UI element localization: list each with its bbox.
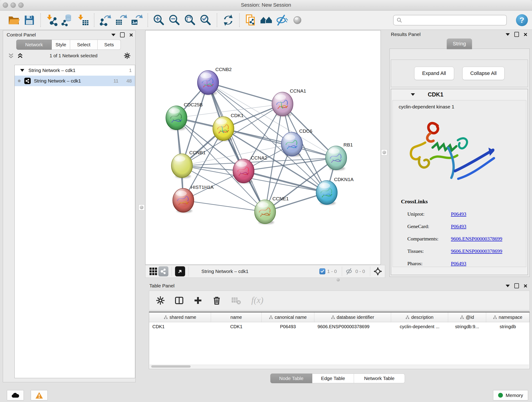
share-view-icon[interactable] <box>158 266 168 276</box>
float-panel-icon[interactable] <box>506 285 510 287</box>
export-image-icon[interactable] <box>130 13 143 27</box>
crosslinks-heading: CrossLinks <box>401 198 502 205</box>
column-header[interactable]: database identifier <box>314 313 391 322</box>
network-node[interactable]: RB1 <box>326 142 353 170</box>
crosslink-value[interactable]: 9606.ENSP00000378699 <box>451 248 502 254</box>
maximize-panel-icon[interactable] <box>514 283 519 288</box>
toolbar-separator <box>40 13 41 27</box>
left-splitter-handle[interactable] <box>139 204 145 211</box>
table-cell[interactable]: stringdb:9... <box>448 324 486 329</box>
zoom-fit-content-icon[interactable] <box>184 13 197 27</box>
section-expander-icon[interactable] <box>411 93 415 96</box>
memory-button[interactable]: Memory <box>493 390 528 400</box>
network-node[interactable]: HIST1H1A <box>173 185 214 213</box>
horizontal-splitter-handle[interactable] <box>336 278 340 281</box>
maximize-panel-icon[interactable] <box>120 32 125 37</box>
network-node[interactable]: CDKN1A <box>316 177 354 205</box>
toolbar-separator <box>217 13 217 27</box>
help-button[interactable]: ? <box>516 14 528 26</box>
right-splitter-handle[interactable] <box>381 149 387 155</box>
network-node[interactable]: CCNB1 <box>171 150 206 178</box>
expand-all-button[interactable]: Expand All <box>414 67 454 80</box>
float-panel-icon[interactable] <box>506 33 510 36</box>
close-panel-icon[interactable] <box>129 33 133 37</box>
maximize-panel-icon[interactable] <box>514 32 519 37</box>
new-network-from-selection-icon[interactable] <box>244 13 257 27</box>
add-column-icon[interactable] <box>193 296 203 305</box>
column-header[interactable]: @id <box>448 313 486 322</box>
delete-table-icon-disabled <box>231 296 241 305</box>
network-node-label: CCNE1 <box>272 196 289 201</box>
table-row[interactable]: CDK1CDK1P064939606.ENSP00000378699cyclin… <box>149 322 530 331</box>
import-table-file-icon[interactable] <box>76 13 89 27</box>
column-header[interactable]: description <box>391 313 448 322</box>
selected-checkbox-icon[interactable] <box>319 268 325 274</box>
crosslink-value[interactable]: 9606.ENSP00000378699 <box>451 236 502 242</box>
network-node[interactable]: CCNB2 <box>197 67 232 95</box>
collapse-all-icon[interactable] <box>7 52 14 59</box>
control-panel: Control Panel Network Style Select Sets … <box>3 30 136 382</box>
warnings-button[interactable] <box>31 390 48 400</box>
crosslink-value[interactable]: P06493 <box>451 223 466 230</box>
horizontal-scrollbar[interactable] <box>150 365 529 368</box>
network-options-gear-icon[interactable] <box>123 52 131 59</box>
export-table-icon[interactable] <box>114 13 128 27</box>
import-network-file-icon[interactable] <box>45 13 58 27</box>
table-options-gear-icon[interactable] <box>156 296 165 305</box>
tab-network-table[interactable]: Network Table <box>354 374 405 383</box>
network-row[interactable]: String Network – cdk1 11 48 <box>15 76 135 86</box>
close-panel-icon[interactable] <box>524 32 527 36</box>
column-header[interactable]: shared name <box>149 313 211 322</box>
network-edge[interactable] <box>208 83 265 212</box>
cloud-status-button[interactable] <box>7 390 24 400</box>
close-panel-icon[interactable] <box>524 284 527 288</box>
tab-network[interactable]: Network <box>16 40 52 50</box>
grid-view-icon[interactable] <box>148 266 158 276</box>
network-node[interactable]: CDK1 <box>213 113 244 141</box>
table-cell[interactable]: CDK1 <box>211 324 261 329</box>
table-cell[interactable]: 9606.ENSP00000378699 <box>314 324 391 329</box>
tab-style[interactable]: Style <box>52 40 70 50</box>
expand-all-icon[interactable] <box>17 52 24 59</box>
tree-expander-icon[interactable] <box>20 69 24 72</box>
column-header[interactable]: namespace <box>486 313 530 322</box>
search-box[interactable] <box>393 15 507 26</box>
show-all-icon[interactable] <box>291 13 304 27</box>
network-collection-row[interactable]: String Network – cdk1 1 <box>15 65 135 76</box>
zoom-selected-icon[interactable] <box>199 13 212 27</box>
birdseye-view-icon[interactable] <box>175 266 185 276</box>
crosslink-value[interactable]: P06493 <box>451 261 466 267</box>
hidden-count: 0 - 0 <box>355 269 365 274</box>
hide-selected-icon[interactable] <box>275 13 288 27</box>
zoom-out-icon[interactable] <box>168 13 181 27</box>
table-cell[interactable]: P06493 <box>262 324 314 329</box>
network-canvas[interactable]: CCNB2CCNA1CDC25BCDK1CDC6RB1CCNB1CCNA2CDK… <box>145 30 381 265</box>
show-graphics-details-icon[interactable] <box>260 13 273 27</box>
column-header[interactable]: name <box>211 313 261 322</box>
import-network-database-icon[interactable] <box>61 13 74 27</box>
tab-sets[interactable]: Sets <box>98 40 121 50</box>
center-view-icon[interactable] <box>374 267 382 276</box>
table-cell[interactable]: stringdb <box>486 324 530 329</box>
tab-select[interactable]: Select <box>70 40 98 50</box>
delete-column-icon[interactable] <box>212 296 222 305</box>
tab-string[interactable]: String <box>447 38 472 49</box>
scrollbar-thumb[interactable] <box>151 365 191 368</box>
export-network-icon[interactable] <box>99 13 112 27</box>
network-node[interactable]: CCNA1 <box>272 88 306 116</box>
collapse-all-button[interactable]: Collapse All <box>462 67 505 80</box>
network-edge[interactable] <box>183 200 265 212</box>
tab-node-table[interactable]: Node Table <box>270 374 312 383</box>
float-panel-icon[interactable] <box>111 34 115 36</box>
zoom-in-icon[interactable] <box>152 13 166 27</box>
open-session-icon[interactable] <box>7 13 20 27</box>
table-cell[interactable]: cyclin-dependent ... <box>391 324 448 329</box>
apply-preferred-layout-icon[interactable] <box>222 13 235 27</box>
table-cell[interactable]: CDK1 <box>149 324 211 329</box>
save-session-icon[interactable] <box>23 13 36 27</box>
show-columns-icon[interactable] <box>174 296 184 305</box>
column-header[interactable]: canonical name <box>262 313 314 322</box>
tab-edge-table[interactable]: Edge Table <box>312 374 354 383</box>
search-input[interactable] <box>402 17 506 23</box>
crosslink-value[interactable]: P06493 <box>451 211 466 217</box>
